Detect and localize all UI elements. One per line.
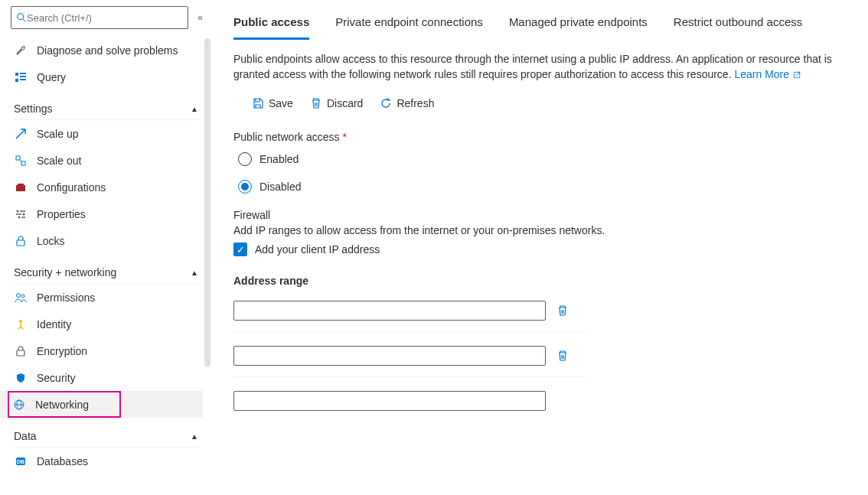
svg-point-13 [23, 213, 25, 215]
section-data[interactable]: Data ▲ [14, 430, 198, 448]
sidebar-item-identity[interactable]: Identity [11, 311, 203, 337]
sidebar-item-encryption[interactable]: Encryption [11, 337, 203, 364]
sidebar-item-scale-out[interactable]: Scale out [11, 147, 203, 174]
toolbar: Save Discard Refresh [247, 94, 850, 112]
sidebar-item-label: Configurations [37, 181, 106, 194]
permissions-icon [14, 291, 28, 304]
svg-rect-7 [16, 156, 20, 160]
sidebar-item-networking[interactable]: Networking [8, 391, 121, 418]
main-content: Public access Private endpoint connectio… [210, 0, 868, 495]
sidebar-item-label: Encryption [37, 345, 87, 357]
tab-bar: Public access Private endpoint connectio… [233, 15, 850, 40]
address-range-input[interactable] [233, 391, 546, 411]
address-range-input[interactable] [233, 346, 546, 366]
svg-rect-4 [20, 73, 26, 74]
sidebar-item-label: Scale out [37, 155, 81, 167]
address-range-row [233, 301, 586, 332]
save-button[interactable]: Save [247, 94, 298, 112]
sidebar-item-label: Diagnose and solve problems [37, 44, 178, 57]
refresh-button[interactable]: Refresh [375, 94, 439, 112]
refresh-icon [380, 97, 392, 109]
tab-managed-private-endpoints[interactable]: Managed private endpoints [509, 15, 648, 40]
radio-disabled[interactable]: Disabled [238, 180, 850, 194]
sidebar-item-query[interactable]: Query [11, 64, 203, 90]
sidebar-item-databases[interactable]: DB Databases [11, 448, 203, 474]
svg-rect-2 [15, 73, 18, 76]
public-access-label: Public network access * [233, 131, 850, 143]
search-input[interactable] [27, 12, 183, 24]
tab-public-access[interactable]: Public access [233, 15, 309, 40]
query-icon [14, 70, 28, 84]
svg-rect-9 [16, 185, 25, 191]
sidebar-item-security[interactable]: Security [11, 364, 203, 391]
svg-point-18 [17, 293, 21, 297]
svg-rect-21 [17, 350, 24, 356]
radio-icon [238, 152, 252, 166]
sidebar-item-label: Query [37, 71, 66, 83]
sidebar-item-label: Databases [37, 455, 88, 467]
firewall-title: Firewall [233, 209, 850, 221]
sidebar-item-label: Locks [37, 235, 65, 247]
svg-point-15 [18, 216, 21, 218]
sidebar-item-permissions[interactable]: Permissions [11, 284, 203, 311]
discard-button[interactable]: Discard [305, 94, 367, 112]
svg-rect-3 [15, 79, 18, 82]
svg-point-11 [17, 210, 19, 212]
svg-point-0 [18, 14, 24, 20]
identity-icon [14, 318, 28, 331]
add-client-ip-checkbox[interactable]: ✓ Add your client IP address [233, 243, 850, 256]
svg-text:DB: DB [17, 459, 24, 464]
svg-rect-5 [20, 76, 26, 77]
save-icon [252, 97, 264, 109]
svg-rect-17 [17, 240, 24, 246]
sidebar-item-locks[interactable]: Locks [11, 227, 203, 254]
sidebar-item-properties[interactable]: Properties [11, 200, 203, 227]
scrollbar[interactable] [204, 38, 210, 367]
sidebar-item-label: Scale up [37, 128, 78, 140]
checkbox-checked-icon: ✓ [233, 243, 247, 256]
svg-line-1 [23, 19, 26, 22]
tab-private-endpoints[interactable]: Private endpoint connections [335, 15, 483, 40]
collapse-sidebar-button[interactable]: « [197, 12, 203, 23]
section-security-networking[interactable]: Security + networking ▲ [14, 266, 198, 284]
firewall-desc: Add IP ranges to allow access from the i… [233, 224, 850, 236]
search-box[interactable] [11, 6, 188, 29]
svg-point-19 [21, 295, 24, 298]
address-range-row [233, 346, 586, 377]
svg-rect-10 [18, 184, 24, 185]
encryption-icon [14, 344, 28, 358]
networking-icon [12, 398, 26, 412]
sidebar-item-label: Properties [37, 208, 86, 220]
properties-icon [14, 207, 28, 221]
sidebar-item-configurations[interactable]: Configurations [11, 174, 203, 200]
wrench-icon [14, 44, 28, 57]
sidebar-item-scale-up[interactable]: Scale up [11, 120, 203, 147]
sidebar-item-diagnose[interactable]: Diagnose and solve problems [11, 37, 203, 64]
chevron-up-icon: ▲ [191, 269, 198, 277]
chevron-up-icon: ▲ [191, 432, 198, 441]
learn-more-link[interactable]: Learn More [734, 68, 801, 80]
discard-icon [310, 97, 322, 109]
section-settings[interactable]: Settings ▲ [14, 103, 198, 120]
scale-out-icon [14, 154, 28, 168]
delete-icon[interactable] [556, 304, 569, 317]
config-icon [14, 181, 28, 194]
radio-icon-selected [238, 180, 252, 194]
shield-icon [14, 371, 28, 385]
sidebar-item-label: Identity [37, 318, 71, 331]
delete-icon[interactable] [556, 350, 569, 362]
address-range-input[interactable] [233, 301, 546, 321]
svg-point-20 [19, 320, 22, 323]
description: Public endpoints allow access to this re… [233, 52, 850, 82]
databases-icon: DB [14, 454, 28, 468]
tab-restrict-outbound[interactable]: Restrict outbound access [674, 15, 802, 40]
svg-rect-8 [21, 161, 25, 165]
address-range-row [233, 391, 586, 422]
search-icon [16, 12, 27, 23]
sidebar-item-label: Permissions [37, 291, 95, 304]
radio-enabled[interactable]: Enabled [238, 152, 850, 166]
sidebar-item-label: Security [37, 372, 76, 384]
sidebar-item-label: Networking [35, 399, 89, 411]
address-range-heading: Address range [233, 275, 850, 287]
sidebar: « Diagnose and solve problems Query Sett… [0, 0, 210, 495]
